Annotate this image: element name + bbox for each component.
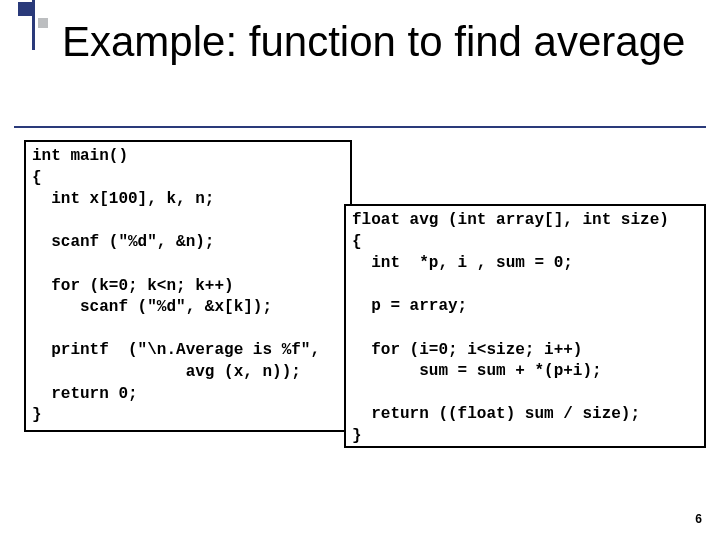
- code-box-main: int main() { int x[100], k, n; scanf ("%…: [24, 140, 352, 432]
- slide-decor: [14, 0, 58, 50]
- decor-line: [32, 0, 35, 50]
- page-number: 6: [695, 512, 702, 526]
- code-box-avg: float avg (int array[], int size) { int …: [344, 204, 706, 448]
- decor-square-primary: [18, 2, 32, 16]
- slide-title: Example: function to find average: [62, 18, 685, 65]
- decor-square-secondary: [38, 18, 48, 28]
- title-underline: [14, 126, 706, 128]
